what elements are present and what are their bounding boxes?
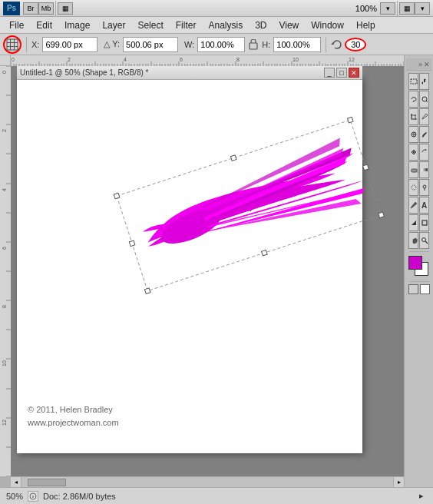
path-select-tool[interactable] [408,214,418,231]
blur-tool[interactable] [408,179,418,196]
eyedropper-tool[interactable] [419,108,429,125]
svg-rect-8 [114,193,120,199]
crop-tools [408,108,429,125]
foreground-color-swatch[interactable] [408,256,422,270]
menu-help[interactable]: Help [350,18,382,32]
quick-select-tool[interactable] [419,91,429,108]
doc-title-bar: Untitled-1 @ 50% (Shape 1, RGB/8) * _ □ … [17,66,362,80]
path-tools [408,214,429,231]
svg-point-31 [423,185,426,188]
rotation-input[interactable]: 30 [345,38,366,51]
pen-tool[interactable] [408,197,418,214]
gradient-tool[interactable] [419,161,429,178]
menu-edit[interactable]: Edit [30,18,58,32]
svg-rect-20 [411,79,417,84]
right-tool-panel: » ✕ [404,55,433,487]
svg-rect-11 [378,212,385,218]
status-arrow-btn[interactable]: ▸ [416,491,427,502]
svg-point-30 [412,185,416,190]
eraser-tool[interactable] [408,161,418,178]
canvas-inner[interactable]: © 2011, Helen Bradley www.projectwoman.c… [11,66,404,476]
heal-tools [408,126,429,143]
menu-filter[interactable]: Filter [170,18,203,32]
menu-window[interactable]: Window [305,18,350,32]
status-bar: 50% Doc: 2.86M/0 bytes ▸ [0,487,433,504]
link-icon[interactable] [248,39,259,50]
arrange-dropdown[interactable]: ▾ [415,2,430,15]
v-ruler-canvas [0,66,11,476]
status-info-btn[interactable] [28,491,38,502]
ruler-corner [0,55,11,66]
svg-rect-5 [250,43,257,49]
zoom-tool[interactable] [419,232,429,249]
blur-tools [408,179,429,196]
doc-minimize-btn[interactable]: _ [324,68,335,78]
doc-window-controls: _ □ ✕ [324,68,359,78]
marquee-tool[interactable] [408,73,418,90]
toolbar: X: △ Y: W: H: 30 [0,34,433,55]
menu-select[interactable]: Select [131,18,169,32]
screen-mode-btn[interactable] [420,284,430,294]
h-scroll-thumb[interactable] [28,479,66,486]
lasso-tool[interactable] [408,91,418,108]
panel-expand-btn[interactable]: » [418,61,422,68]
view-mode-icon[interactable]: ▦ [58,2,73,15]
zoom-dropdown[interactable]: ▾ [380,2,395,15]
scroll-left-btn[interactable]: ◂ [11,477,21,488]
minibidge-icon[interactable]: Mb [38,2,54,15]
doc-close-btn[interactable]: ✕ [349,68,359,78]
move-tool[interactable] [419,73,429,90]
svg-line-22 [426,101,428,102]
svg-point-34 [421,238,425,242]
lasso-tools [408,91,429,108]
svg-rect-29 [421,168,428,171]
arrange-icon[interactable]: ▦ [399,2,415,15]
history-brush-tool[interactable] [419,144,429,161]
clone-stamp-tool[interactable] [408,144,418,161]
h-input[interactable] [273,37,321,52]
svg-rect-0 [7,39,18,50]
canvas-section: /* ruler drawn via JS below */ © 2011, H… [0,55,404,487]
panel-close-btn[interactable]: ✕ [424,61,430,68]
menu-layer[interactable]: Layer [96,18,131,32]
shape-layer [17,77,362,453]
svg-rect-13 [262,250,268,256]
pen-tools: A [408,197,429,214]
hand-tool[interactable] [408,232,418,249]
svg-rect-9 [348,117,354,123]
doc-maximize-btn[interactable]: □ [336,68,347,78]
brush-tool[interactable] [419,126,429,143]
nav-tools [408,232,429,249]
h-scroll-track[interactable] [21,477,393,488]
healing-brush-tool[interactable] [408,126,418,143]
select-tools [408,73,429,90]
shape-tool[interactable] [419,214,429,231]
delta-y-label: △ Y: [104,39,120,49]
menu-file[interactable]: File [3,18,30,32]
doc-area: /* ruler drawn via JS below */ © 2011, H… [0,55,433,487]
menu-view[interactable]: View [273,18,305,32]
svg-marker-6 [331,42,333,45]
document-canvas: © 2011, Helen Bradley www.projectwoman.c… [17,77,362,453]
bridge-icon[interactable]: Br [23,2,38,15]
quick-mask-btn[interactable] [408,284,418,294]
rotate-icon [331,38,343,51]
crop-tool[interactable] [408,108,418,125]
panel-separator [409,251,429,252]
stamp-tools [408,144,429,161]
menu-3d[interactable]: 3D [249,18,273,32]
w-input[interactable] [197,37,245,52]
transform-grid-icon[interactable] [3,35,21,54]
h-scrollbar[interactable]: ◂ ▸ [11,476,404,487]
y-input[interactable] [123,37,178,52]
x-input[interactable] [42,37,98,52]
dodge-tool[interactable] [419,179,429,196]
status-doc: Doc: 2.86M/0 bytes [43,492,116,501]
h-label: H: [262,40,270,49]
menu-analysis[interactable]: Analysis [202,18,249,32]
text-tool[interactable]: A [419,197,429,214]
menu-image[interactable]: Image [58,18,96,32]
scroll-right-btn[interactable]: ▸ [393,477,404,488]
mode-buttons [408,284,430,294]
svg-marker-27 [425,149,427,151]
